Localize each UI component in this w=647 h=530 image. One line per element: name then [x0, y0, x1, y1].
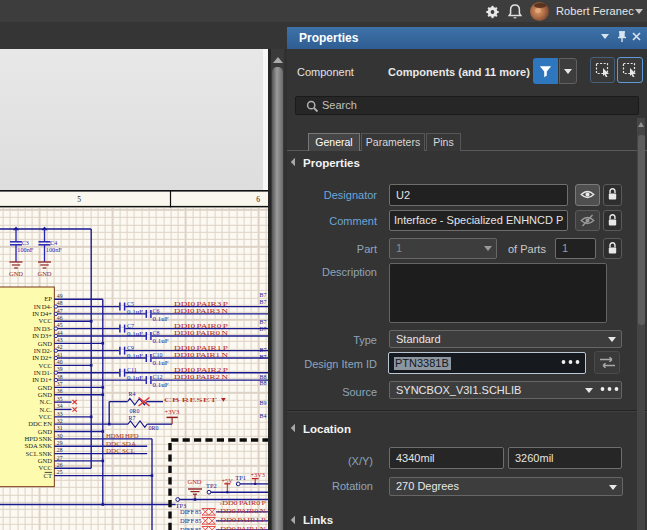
svg-text:C12: C12	[153, 374, 163, 380]
svg-text:0.1uF: 0.1uF	[153, 359, 170, 366]
svg-text:B4: B4	[260, 413, 267, 419]
svg-text:IN D2+: IN D2+	[32, 354, 52, 361]
svg-text:DIFF 85: DIFF 85	[180, 526, 202, 530]
svg-text:37: 37	[57, 381, 63, 387]
svg-text:R4: R4	[129, 391, 136, 397]
svg-text:C10: C10	[153, 352, 163, 358]
svg-text:GND: GND	[38, 384, 53, 391]
svg-text:28: 28	[57, 447, 63, 453]
svg-text:+3V3: +3V3	[165, 408, 180, 415]
svg-text:DIFF 85: DIFF 85	[180, 508, 202, 515]
svg-text:49: 49	[57, 293, 63, 299]
svg-text:VCC: VCC	[38, 464, 52, 471]
svg-text:TP1: TP1	[235, 474, 246, 481]
svg-text:B7: B7	[260, 319, 267, 325]
svg-text:39: 39	[57, 366, 63, 372]
svg-text:C3: C3	[22, 240, 29, 246]
svg-text:100nF: 100nF	[17, 246, 34, 253]
svg-text:0.1uF: 0.1uF	[153, 315, 170, 322]
svg-text:43: 43	[57, 337, 63, 343]
svg-text:33: 33	[57, 411, 63, 417]
svg-text:29: 29	[57, 440, 63, 446]
svg-text:DDI0 PAIR2 N: DDI0 PAIR2 N	[174, 373, 228, 380]
svg-text:›DD0 PAIR0 P: ›DD0 PAIR0 P	[220, 499, 267, 506]
svg-text:32: 32	[57, 418, 63, 424]
svg-text:25: 25	[57, 469, 63, 475]
svg-text:GND: GND	[9, 270, 23, 277]
svg-text:EP: EP	[44, 295, 52, 302]
svg-text:0R0: 0R0	[130, 408, 140, 414]
svg-text:GND: GND	[38, 391, 53, 398]
svg-text:41: 41	[57, 352, 63, 358]
svg-text:HDMI HPD: HDMI HPD	[106, 432, 139, 439]
svg-text:DIFF 85: DIFF 85	[180, 517, 202, 524]
svg-text:›DD0 PAIR1 P: ›DD0 PAIR1 P	[218, 516, 266, 523]
svg-text:GND: GND	[187, 478, 201, 485]
svg-text:48: 48	[57, 300, 63, 306]
svg-text:+5V: +5V	[222, 477, 234, 484]
svg-text:40: 40	[57, 359, 63, 365]
svg-text:B7: B7	[260, 292, 267, 298]
svg-text:B8: B8	[260, 374, 267, 380]
svg-text:SDA SNK: SDA SNK	[25, 442, 53, 449]
svg-text:GND: GND	[38, 428, 53, 435]
svg-text:GND: GND	[38, 340, 53, 347]
svg-text:DDC SDA: DDC SDA	[106, 440, 136, 447]
svg-text:›DD0 PAIR1 N: ›DD0 PAIR1 N	[218, 525, 266, 530]
svg-text:N.C.: N.C.	[40, 398, 53, 405]
svg-text:B7: B7	[260, 347, 267, 353]
svg-text:35: 35	[57, 396, 63, 402]
svg-text:45: 45	[57, 322, 63, 328]
svg-text:46: 46	[57, 315, 63, 321]
svg-text:+3V3: +3V3	[251, 471, 265, 478]
svg-text:HPD SNK: HPD SNK	[25, 435, 53, 442]
svg-text:0R0: 0R0	[149, 425, 159, 431]
svg-text:VCC: VCC	[38, 413, 52, 420]
svg-text:DDI0 PAIR1 N: DDI0 PAIR1 N	[174, 351, 228, 358]
svg-text:42: 42	[57, 344, 63, 350]
svg-text:31: 31	[57, 425, 63, 431]
svg-text:DDI0 PAIR0 P: DDI0 PAIR0 P	[174, 322, 228, 329]
svg-text:27: 27	[57, 455, 63, 461]
svg-text:47: 47	[57, 308, 63, 314]
svg-text:34: 34	[57, 403, 63, 409]
svg-text:SCL SNK: SCL SNK	[26, 450, 53, 457]
svg-text:B7: B7	[260, 326, 267, 332]
svg-text:C4: C4	[50, 240, 57, 246]
svg-text:C11: C11	[127, 367, 137, 373]
svg-text:B7: B7	[260, 354, 267, 360]
svg-text:C5: C5	[127, 301, 134, 307]
svg-text:100nF: 100nF	[46, 246, 63, 253]
svg-text:DDC SCL: DDC SCL	[106, 447, 135, 454]
svg-text:38: 38	[57, 374, 63, 380]
svg-text:5: 5	[77, 195, 81, 204]
svg-text:0.1uF: 0.1uF	[153, 381, 170, 388]
svg-text:0.1uF: 0.1uF	[153, 337, 170, 344]
svg-text:›DD0 PAIR0 N: ›DD0 PAIR0 N	[218, 507, 266, 514]
svg-text:GND: GND	[37, 270, 51, 277]
svg-text:44: 44	[57, 330, 63, 336]
svg-text:N.C.: N.C.	[40, 406, 53, 413]
svg-text:IN D3-: IN D3-	[34, 325, 52, 332]
svg-text:DDI0 PAIR0 N: DDI0 PAIR0 N	[174, 329, 228, 336]
svg-text:VCC: VCC	[38, 317, 52, 324]
svg-text:DDI0 PAIR1 P: DDI0 PAIR1 P	[174, 344, 228, 351]
svg-text:DDI0 PAIR3 P: DDI0 PAIR3 P	[174, 300, 228, 307]
svg-text:B9: B9	[260, 400, 267, 406]
svg-text:IN D1+: IN D1+	[32, 376, 52, 383]
svg-text:IN D1-: IN D1-	[34, 369, 52, 376]
svg-text:C7: C7	[127, 323, 134, 329]
svg-text:36: 36	[57, 388, 63, 394]
svg-text:B7: B7	[260, 299, 267, 305]
svg-text:DDC EN: DDC EN	[28, 420, 52, 427]
svg-text:IN D4+: IN D4+	[32, 310, 52, 317]
svg-text:C8: C8	[153, 330, 160, 336]
svg-text:6: 6	[256, 195, 260, 204]
svg-text:C6: C6	[153, 308, 160, 314]
svg-text:CB RESET: CB RESET	[164, 396, 217, 403]
svg-text:B8: B8	[260, 380, 267, 386]
svg-text:C9: C9	[127, 345, 134, 351]
svg-text:R7: R7	[129, 415, 136, 421]
svg-text:VCC: VCC	[38, 362, 52, 369]
svg-text:30: 30	[57, 433, 63, 439]
